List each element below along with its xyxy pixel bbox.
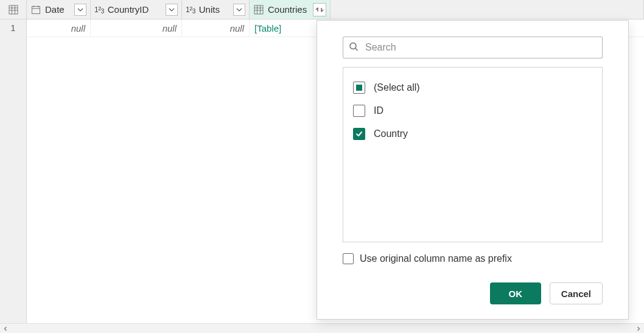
column-header-units[interactable]: 123 Units xyxy=(182,0,250,19)
option-label: ID xyxy=(374,105,383,116)
option-select-all[interactable]: (Select all) xyxy=(353,76,592,99)
cancel-button[interactable]: Cancel xyxy=(550,282,603,304)
calendar-icon xyxy=(30,4,41,15)
scroll-left-button[interactable] xyxy=(0,324,11,333)
search-box xyxy=(343,37,603,58)
option-id[interactable]: ID xyxy=(353,99,592,122)
svg-point-14 xyxy=(350,43,356,49)
expand-column-button[interactable] xyxy=(313,3,326,16)
expand-columns-flyout: (Select all) ID Country Use original col… xyxy=(317,20,629,320)
column-filter-dropdown[interactable] xyxy=(166,4,178,16)
checkbox-indeterminate[interactable] xyxy=(353,82,365,94)
column-name: Date xyxy=(45,4,71,15)
column-header-countries[interactable]: Countries xyxy=(250,0,331,19)
use-prefix-option[interactable]: Use original column name as prefix xyxy=(343,253,603,264)
cell-date[interactable]: null xyxy=(27,19,91,37)
column-name: Units xyxy=(199,4,229,15)
column-headers: Date 123 CountryID 123 Units Countries xyxy=(0,0,644,19)
cell-countryid[interactable]: null xyxy=(91,19,182,37)
column-filter-dropdown[interactable] xyxy=(233,4,245,16)
search-icon xyxy=(349,42,359,54)
checkbox-unchecked[interactable] xyxy=(353,105,365,117)
checkbox-unchecked[interactable] xyxy=(343,253,354,264)
svg-line-15 xyxy=(355,49,358,51)
cell-units[interactable]: null xyxy=(182,19,250,37)
horizontal-scrollbar[interactable] xyxy=(0,323,644,333)
number-type-icon: 123 xyxy=(186,5,195,14)
checkbox-checked[interactable] xyxy=(353,128,365,140)
dialog-buttons: OK Cancel xyxy=(343,282,603,304)
row-number-gutter xyxy=(0,37,27,333)
option-label: Country xyxy=(374,128,408,139)
column-name: CountryID xyxy=(108,4,162,15)
column-name: Countries xyxy=(268,4,309,15)
svg-rect-9 xyxy=(254,5,263,14)
option-country[interactable]: Country xyxy=(353,122,592,145)
column-header-date[interactable]: Date xyxy=(27,0,91,19)
option-label: (Select all) xyxy=(374,82,420,93)
svg-rect-0 xyxy=(9,5,18,14)
table-link[interactable]: [Table] xyxy=(254,23,281,33)
table-type-icon xyxy=(253,4,264,15)
column-filler xyxy=(331,0,644,19)
row-number[interactable]: 1 xyxy=(0,19,27,37)
search-input[interactable] xyxy=(343,37,603,58)
column-header-countryid[interactable]: 123 CountryID xyxy=(91,0,182,19)
column-options: (Select all) ID Country xyxy=(343,67,603,242)
number-type-icon: 123 xyxy=(94,5,104,14)
scroll-right-button[interactable] xyxy=(633,324,644,333)
prefix-label: Use original column name as prefix xyxy=(360,253,512,264)
svg-rect-5 xyxy=(32,6,40,13)
column-filter-dropdown[interactable] xyxy=(74,4,86,16)
row-number-header xyxy=(0,0,27,19)
ok-button[interactable]: OK xyxy=(490,282,541,304)
table-icon xyxy=(8,4,19,15)
